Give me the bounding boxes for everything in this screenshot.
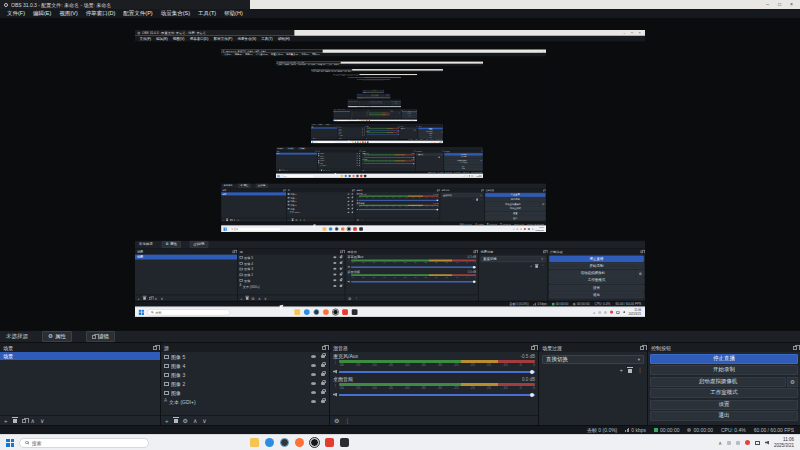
source-row[interactable]: 图像 5 bbox=[161, 352, 329, 361]
menu-profile[interactable]: 配置文件(P) bbox=[119, 10, 156, 17]
controls-dock: 控制按钮 停止直播 开始录制 启动虚拟摄像机 ⚙ 工作室模式 设置 退出 bbox=[401, 110, 417, 119]
transition-select[interactable]: 直接切换 ▾ bbox=[542, 355, 644, 364]
preview-viewport[interactable]: OBS 31.0.3 - 配置文件: 未命名 - 场景: 未命名 – □ × 文… bbox=[135, 30, 645, 317]
visibility-eye-icon[interactable] bbox=[311, 355, 316, 358]
menu-file[interactable]: 文件(F) bbox=[3, 10, 29, 17]
studio-mode-button[interactable]: 工作室模式 bbox=[650, 388, 798, 398]
clock-date: 2025/3/21 bbox=[476, 176, 481, 177]
speaker-mute-icon[interactable] bbox=[333, 393, 337, 397]
minimize-button[interactable]: – bbox=[766, 2, 769, 7]
edge-icon[interactable] bbox=[265, 438, 274, 447]
popout-icon[interactable] bbox=[531, 346, 535, 350]
tray-recording-icon[interactable] bbox=[745, 440, 750, 445]
firefox-icon[interactable] bbox=[295, 438, 304, 447]
channel-menu-icon[interactable]: ⋮ bbox=[333, 359, 337, 364]
file-explorer-icon[interactable] bbox=[250, 438, 259, 447]
remove-scene-button[interactable] bbox=[13, 418, 17, 423]
monitor-icon[interactable] bbox=[755, 441, 760, 445]
preview-canvas[interactable]: OBS 31.0.3 - 配置文件: 未命名 - 场景: 未命名 – □ × 文… bbox=[0, 19, 800, 330]
exit-button[interactable]: 退出 bbox=[650, 411, 798, 421]
obs-taskbar-icon[interactable] bbox=[310, 438, 319, 447]
volume-icon[interactable] bbox=[765, 441, 769, 445]
scene-list-item[interactable]: 场景 bbox=[0, 352, 160, 360]
popout-icon[interactable] bbox=[153, 346, 157, 350]
popout-icon[interactable] bbox=[322, 346, 326, 350]
taskbar-clock[interactable]: 11:06 2025/3/21 bbox=[774, 437, 794, 448]
lock-icon[interactable] bbox=[321, 391, 325, 394]
stop-streaming-button: 停止直播 bbox=[485, 193, 545, 197]
volume-slider[interactable] bbox=[339, 369, 535, 375]
menu-scene-collection[interactable]: 场景集合(S) bbox=[157, 10, 194, 17]
close-button[interactable]: × bbox=[790, 2, 793, 7]
dark-app-icon bbox=[367, 141, 368, 142]
popout-icon[interactable] bbox=[640, 346, 644, 350]
tray-icon[interactable] bbox=[736, 441, 740, 445]
filter-icon bbox=[326, 124, 327, 125]
source-row[interactable]: 图像 bbox=[161, 388, 329, 397]
menu-view[interactable]: 视图(V) bbox=[55, 10, 81, 17]
dropped-frames: 丢帧 0 (0.0%) bbox=[509, 302, 528, 306]
mixer-channel-desktop: 桌面音频 0.0 dB ⋮ -60-55-50-45-40-35-30-25-2… bbox=[370, 102, 384, 104]
source-properties-gear-button[interactable]: ⚙ bbox=[183, 418, 188, 424]
menu-help[interactable]: 帮助(H) bbox=[220, 10, 247, 17]
lock-icon[interactable] bbox=[321, 355, 325, 358]
scene-list-item: 场景 bbox=[333, 111, 350, 112]
lock-icon[interactable] bbox=[321, 373, 325, 376]
exit-button: 退出 bbox=[549, 292, 643, 298]
volume-slider[interactable] bbox=[339, 392, 535, 398]
add-scene-button[interactable]: + bbox=[4, 418, 8, 424]
source-row[interactable]: 图像 2 bbox=[161, 379, 329, 388]
visibility-eye-icon[interactable] bbox=[311, 373, 316, 376]
lock-icon[interactable] bbox=[321, 400, 325, 403]
slider-handle[interactable] bbox=[530, 370, 534, 374]
visibility-eye-icon[interactable] bbox=[311, 391, 316, 394]
popout-icon[interactable] bbox=[793, 346, 797, 350]
source-row[interactable]: 图像 3 bbox=[161, 370, 329, 379]
add-source-button[interactable]: + bbox=[165, 418, 169, 424]
remove-transition-button[interactable] bbox=[628, 367, 632, 373]
source-up-button[interactable]: ∧ bbox=[193, 418, 197, 424]
source-down-button[interactable]: ∨ bbox=[202, 418, 206, 424]
browser-icon[interactable] bbox=[280, 438, 289, 447]
settings-button[interactable]: 设置 bbox=[650, 400, 798, 410]
visibility-eye-icon[interactable] bbox=[311, 382, 316, 385]
scene-up-button[interactable]: ∧ bbox=[31, 418, 35, 424]
mixer-menu-icon[interactable]: ⋮ bbox=[344, 418, 350, 424]
source-row[interactable]: 图像 4 bbox=[161, 361, 329, 370]
source-properties-button[interactable]: ⚙ 属性 bbox=[42, 331, 72, 342]
menu-tools[interactable]: 工具(T) bbox=[194, 10, 220, 17]
lock-icon[interactable] bbox=[321, 382, 325, 385]
dark-app-icon[interactable] bbox=[340, 438, 349, 447]
mixer-toolbar-icon[interactable]: ⚙ bbox=[334, 418, 339, 424]
red-app-icon[interactable] bbox=[325, 438, 334, 447]
visibility-eye-icon[interactable] bbox=[311, 364, 316, 367]
stop-streaming-button[interactable]: 停止直播 bbox=[650, 354, 798, 364]
visibility-eye-icon[interactable] bbox=[311, 400, 316, 403]
start-button[interactable] bbox=[6, 439, 14, 447]
image-icon bbox=[240, 256, 243, 259]
sources-dock: 源 图像 5 图像 4 图像 3 bbox=[318, 150, 362, 171]
trash-icon bbox=[321, 170, 322, 171]
channel-menu-icon[interactable]: ⋮ bbox=[333, 382, 337, 387]
maximize-button[interactable]: □ bbox=[778, 2, 781, 7]
source-filters-button[interactable]: 滤镜 bbox=[86, 331, 115, 342]
slider-handle[interactable] bbox=[530, 393, 534, 397]
remove-source-button[interactable] bbox=[174, 418, 178, 423]
virtual-camera-settings-button[interactable]: ⚙ bbox=[787, 377, 798, 387]
transition-menu-icon[interactable]: ⋮ bbox=[637, 367, 643, 373]
tray-icon[interactable] bbox=[727, 441, 731, 445]
source-row[interactable]: A 文本 (GDI+) bbox=[161, 397, 329, 406]
visibility-eye-icon bbox=[333, 274, 336, 276]
start-virtual-camera-button[interactable]: 启动虚拟摄像机 bbox=[650, 377, 786, 387]
speaker-mute-icon[interactable] bbox=[333, 370, 337, 374]
taskbar-search[interactable]: 搜索 bbox=[19, 438, 149, 448]
add-transition-button[interactable]: + bbox=[619, 367, 623, 373]
lock-icon[interactable] bbox=[321, 364, 325, 367]
menu-edit[interactable]: 编辑(E) bbox=[29, 10, 55, 17]
tray-chevron-icon[interactable]: ∧ bbox=[718, 440, 722, 446]
start-recording-button[interactable]: 开始录制 bbox=[650, 365, 798, 375]
volume-slider bbox=[351, 280, 476, 284]
scene-down-button[interactable]: ∨ bbox=[40, 418, 44, 424]
scene-filters-button[interactable] bbox=[22, 419, 26, 423]
menu-docks[interactable]: 停靠窗口(D) bbox=[82, 10, 120, 17]
